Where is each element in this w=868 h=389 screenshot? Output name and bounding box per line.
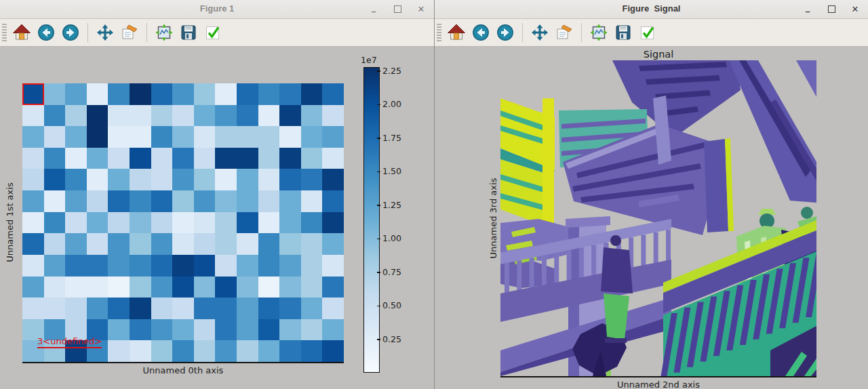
- heatmap-cell[interactable]: [258, 190, 280, 212]
- heatmap-cell[interactable]: [215, 277, 237, 298]
- heatmap-cell[interactable]: [172, 212, 194, 234]
- heatmap-cell[interactable]: [151, 148, 173, 169]
- figure-canvas[interactable]: Signal Unnamed 3rd axis Unnamed 2nd axis: [435, 47, 868, 389]
- maximize-button[interactable]: [824, 2, 839, 17]
- heatmap-cell[interactable]: [258, 277, 280, 298]
- heatmap-cell[interactable]: [87, 83, 108, 105]
- heatmap-cell[interactable]: [130, 212, 151, 234]
- heatmap-cell[interactable]: [108, 277, 130, 298]
- heatmap-cell[interactable]: [322, 169, 344, 190]
- check-button[interactable]: [637, 22, 658, 43]
- heatmap-cell[interactable]: [322, 126, 344, 148]
- heatmap-cell[interactable]: [258, 298, 280, 319]
- heatmap-cell[interactable]: [151, 126, 173, 148]
- heatmap-cell[interactable]: [172, 340, 194, 362]
- heatmap-cell[interactable]: [237, 255, 258, 277]
- heatmap-cell[interactable]: [258, 148, 280, 169]
- heatmap-cell[interactable]: [237, 105, 258, 127]
- heatmap-cell[interactable]: [237, 298, 258, 319]
- close-button[interactable]: ✕: [414, 2, 429, 17]
- heatmap-cell[interactable]: [87, 255, 108, 277]
- heatmap-cell[interactable]: [215, 233, 237, 255]
- heatmap-cell[interactable]: [322, 190, 344, 212]
- forward-button[interactable]: [495, 22, 515, 43]
- heatmap-cell[interactable]: [237, 319, 258, 341]
- heatmap-cell[interactable]: [258, 233, 280, 255]
- heatmap-cell[interactable]: [44, 190, 66, 212]
- heatmap-cell[interactable]: [301, 148, 323, 169]
- heatmap-cell[interactable]: [279, 126, 301, 148]
- heatmap-cell[interactable]: [194, 233, 216, 255]
- heatmap-cell[interactable]: [151, 233, 173, 255]
- heatmap-cell[interactable]: [237, 212, 258, 234]
- heatmap-cell[interactable]: [301, 126, 323, 148]
- heatmap-cell[interactable]: [87, 190, 108, 212]
- heatmap-cell[interactable]: [87, 277, 108, 298]
- heatmap-cell[interactable]: [130, 319, 151, 341]
- heatmap-cell[interactable]: [215, 319, 237, 341]
- heatmap-cell[interactable]: [237, 340, 258, 362]
- heatmap-plot[interactable]: [22, 83, 344, 362]
- heatmap-cell[interactable]: [108, 212, 130, 234]
- heatmap-cell[interactable]: [301, 319, 323, 341]
- heatmap-cell[interactable]: [172, 169, 194, 190]
- heatmap-cell[interactable]: [215, 255, 237, 277]
- heatmap-cell[interactable]: [108, 340, 130, 362]
- heatmap-cell[interactable]: [322, 212, 344, 234]
- heatmap-cell[interactable]: [65, 255, 87, 277]
- home-button[interactable]: [446, 22, 467, 43]
- figure-canvas[interactable]: Unnamed 1st axis Unnamed 0th axis 3<unde…: [0, 47, 434, 389]
- save-button[interactable]: [178, 22, 199, 43]
- heatmap-cell[interactable]: [87, 126, 108, 148]
- heatmap-cell[interactable]: [22, 169, 44, 190]
- heatmap-cell[interactable]: [65, 169, 87, 190]
- heatmap-cell[interactable]: [130, 340, 151, 362]
- heatmap-cell[interactable]: [237, 126, 258, 148]
- heatmap-cell[interactable]: [65, 298, 87, 319]
- heatmap-cell[interactable]: [322, 233, 344, 255]
- heatmap-cell[interactable]: [44, 148, 66, 169]
- pan-button[interactable]: [530, 22, 550, 43]
- heatmap-cell[interactable]: [279, 319, 301, 341]
- heatmap-cell[interactable]: [301, 83, 323, 105]
- heatmap-cell[interactable]: [258, 212, 280, 234]
- heatmap-cell[interactable]: [279, 277, 301, 298]
- heatmap-cell[interactable]: [194, 298, 216, 319]
- heatmap-cell[interactable]: [279, 105, 301, 127]
- heatmap-cell[interactable]: [194, 105, 216, 127]
- heatmap-cell[interactable]: [301, 212, 323, 234]
- heatmap-cell[interactable]: [172, 277, 194, 298]
- fit-plot-button[interactable]: [154, 22, 174, 43]
- edit-plot-button[interactable]: [119, 22, 140, 43]
- heatmap-cell[interactable]: [279, 169, 301, 190]
- heatmap-cell[interactable]: [215, 169, 237, 190]
- heatmap-cell[interactable]: [301, 233, 323, 255]
- titlebar[interactable]: Figure 1 – ✕: [0, 0, 434, 19]
- heatmap-cell[interactable]: [151, 169, 173, 190]
- heatmap-cell[interactable]: [172, 148, 194, 169]
- heatmap-cell[interactable]: [215, 126, 237, 148]
- heatmap-cell[interactable]: [301, 277, 323, 298]
- heatmap-cell[interactable]: [108, 148, 130, 169]
- forward-button[interactable]: [60, 22, 81, 43]
- heatmap-cell[interactable]: [301, 190, 323, 212]
- heatmap-cell[interactable]: [279, 340, 301, 362]
- heatmap-cell[interactable]: [22, 105, 44, 127]
- heatmap-cell[interactable]: [130, 83, 151, 105]
- heatmap-cell[interactable]: [194, 148, 216, 169]
- heatmap-cell[interactable]: [172, 233, 194, 255]
- heatmap-cell[interactable]: [44, 233, 66, 255]
- signal-image-plot[interactable]: [500, 60, 816, 376]
- heatmap-cell[interactable]: [130, 105, 151, 127]
- heatmap-cell[interactable]: [87, 105, 108, 127]
- heatmap-cell[interactable]: [22, 233, 44, 255]
- heatmap-cell[interactable]: [87, 148, 108, 169]
- heatmap-cell[interactable]: [172, 190, 194, 212]
- heatmap-cell[interactable]: [44, 126, 66, 148]
- heatmap-cell[interactable]: [237, 148, 258, 169]
- heatmap-cell[interactable]: [279, 83, 301, 105]
- heatmap-cell[interactable]: [194, 212, 216, 234]
- heatmap-cell[interactable]: [44, 83, 66, 105]
- heatmap-cell[interactable]: [44, 169, 66, 190]
- heatmap-cell[interactable]: [237, 233, 258, 255]
